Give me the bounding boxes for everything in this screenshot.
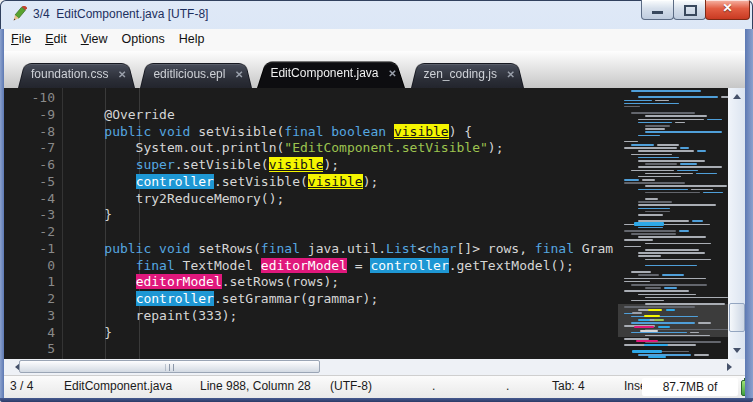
minimap-line	[638, 157, 679, 159]
minimap-line	[645, 185, 727, 187]
tab-label: foundation.css	[31, 67, 108, 81]
code-line: }	[73, 207, 112, 224]
horizontal-scrollbar[interactable]	[4, 359, 745, 375]
status-filename: EditComponent.java	[64, 376, 172, 397]
minimize-button[interactable]	[641, 0, 674, 20]
minimap-line	[645, 173, 693, 175]
maximize-icon	[684, 5, 697, 16]
minimap-line	[666, 309, 675, 311]
editor[interactable]: -10-9-8-7-6-5-4-3-2-1012345 @Override pu…	[4, 88, 745, 359]
minimap-line	[638, 214, 663, 216]
code-line: controller.setVisible(visible);	[73, 174, 378, 191]
line-number: -4	[4, 191, 55, 208]
maximize-button[interactable]	[673, 0, 706, 20]
minimap-line	[662, 274, 684, 276]
tab-zen_coding.js[interactable]: zen_coding.js✕	[411, 60, 524, 88]
line-gutter: -10-9-8-7-6-5-4-3-2-1012345	[4, 88, 58, 359]
minimap-line	[638, 160, 705, 162]
minimap-line	[645, 265, 697, 267]
minimap-line	[638, 252, 705, 254]
minimap-line	[638, 119, 704, 121]
minimap-line	[645, 192, 700, 194]
minimap-line	[696, 173, 717, 175]
minimap-line	[624, 281, 650, 283]
tab-label: EditComponent.java	[270, 66, 378, 80]
line-number: -3	[4, 207, 55, 224]
status-buffer-count: 3 / 4	[10, 376, 33, 397]
minimap-line	[638, 227, 663, 229]
minimap-line	[624, 290, 689, 292]
scroll-left-icon[interactable]	[4, 359, 20, 375]
minimap-line	[698, 322, 711, 324]
minimap-line	[703, 192, 724, 194]
tab-close-icon[interactable]: ✕	[507, 69, 515, 80]
minimap-line	[638, 166, 722, 168]
code-line: super.setVisible(visible);	[73, 157, 339, 174]
menu-item-help[interactable]: Help	[172, 29, 212, 46]
tab-label: editlicious.epl	[153, 67, 225, 81]
memory-usage[interactable]: 87.7MB of 159.0M	[642, 378, 738, 396]
minimap-line	[638, 294, 696, 296]
minimap-line	[624, 103, 679, 105]
tab-close-icon[interactable]: ✕	[388, 68, 396, 79]
menu-item-options[interactable]: Options	[115, 29, 172, 46]
minimap-line	[624, 182, 685, 184]
line-number: -5	[4, 174, 55, 191]
scroll-right-icon[interactable]	[727, 359, 743, 375]
minimap-line	[645, 297, 728, 299]
minimap-line	[631, 90, 701, 92]
pencil-icon	[10, 6, 27, 23]
minimap-line	[648, 309, 662, 311]
minimap-line	[642, 179, 655, 181]
minimap-line	[638, 274, 659, 276]
status-tab-size: Tab: 4	[552, 376, 585, 397]
code-area[interactable]: @Override public void setVisible(final b…	[73, 88, 618, 359]
tab-close-icon[interactable]: ✕	[118, 69, 126, 80]
minimap-line	[631, 233, 676, 235]
title-bar[interactable]: 3/4 EditComponent.java [UTF-8] ✕	[0, 0, 753, 29]
close-button[interactable]: ✕	[705, 0, 750, 20]
minimap-line	[624, 147, 677, 149]
gutter-separator	[62, 88, 63, 359]
minimap-line	[675, 122, 685, 124]
minimap-line	[631, 271, 651, 273]
code-line: final TextModel editorModel = controller…	[73, 258, 574, 275]
minimap-line	[645, 243, 711, 245]
minimap-line	[691, 189, 713, 191]
vertical-scrollbar[interactable]	[728, 88, 745, 359]
minimap-line	[636, 340, 658, 342]
scroll-down-icon[interactable]	[728, 342, 745, 359]
minimap-line	[631, 154, 672, 156]
minimap-line	[638, 201, 672, 203]
minimap-line	[644, 315, 660, 317]
minimap-line	[634, 326, 654, 328]
tab-EditComponent.java[interactable]: EditComponent.java✕	[257, 58, 405, 88]
line-number: -9	[4, 107, 55, 124]
minimap[interactable]	[618, 88, 728, 359]
tab-label: zen_coding.js	[424, 67, 497, 81]
menu-item-file[interactable]: File	[4, 29, 38, 46]
tab-close-icon[interactable]: ✕	[235, 69, 243, 80]
scroll-up-icon[interactable]	[728, 94, 745, 99]
minimap-line	[679, 230, 688, 232]
line-number: -7	[4, 140, 55, 157]
horizontal-scrollbar-thumb[interactable]	[19, 360, 320, 373]
minimap-line	[638, 122, 672, 124]
code-line: }	[73, 325, 112, 342]
status-placeholder: .	[432, 376, 435, 397]
tab-foundation.css[interactable]: foundation.css✕	[18, 60, 135, 88]
code-line: editorModel.setRows(rows);	[73, 274, 339, 291]
line-number: -10	[4, 90, 55, 107]
tab-editlicious.epl[interactable]: editlicious.epl✕	[140, 60, 252, 88]
menu-item-edit[interactable]: Edit	[38, 29, 74, 46]
minimap-line	[624, 230, 676, 232]
minimap-line	[640, 330, 658, 332]
minimap-line	[638, 150, 694, 152]
line-number: -1	[4, 241, 55, 258]
menu-item-view[interactable]: View	[74, 29, 115, 46]
code-line: public void setVisible(final boolean vis…	[73, 124, 472, 141]
minimap-line	[645, 115, 707, 117]
line-number: 2	[4, 291, 55, 308]
vertical-scrollbar-thumb[interactable]	[729, 303, 745, 332]
minimap-line	[645, 198, 658, 200]
